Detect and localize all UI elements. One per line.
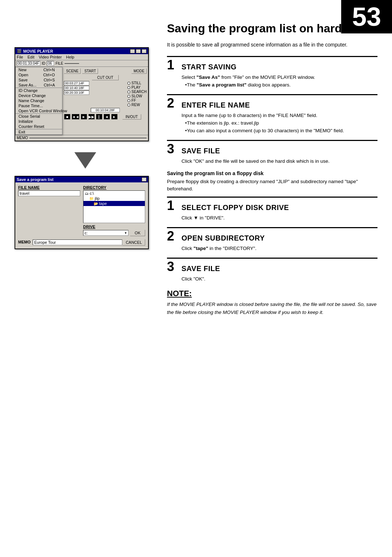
menu-item-save-as[interactable]: Save As...Ctrl+A: [16, 82, 62, 88]
next-frame-button[interactable]: ►: [111, 114, 118, 120]
right-column: Saving the program list on hard disk It …: [167, 18, 377, 316]
stop-button[interactable]: ■: [64, 114, 70, 120]
radio-ff[interactable]: FF: [127, 98, 147, 102]
floppy-step-2-number: 2: [167, 230, 178, 243]
radio-search[interactable]: SEARCH: [127, 90, 147, 94]
tc-row-1: 00:03:27:14F: [64, 81, 125, 85]
dialog-body: FILE NAME DIRECTORY 🗂 c:\ 📁: [15, 182, 148, 249]
floppy-step-1-number: 1: [167, 199, 178, 212]
file-name-input[interactable]: [18, 190, 80, 196]
menu-item-exit[interactable]: Exit: [16, 129, 62, 134]
dir-label-c: c:\: [90, 191, 94, 195]
tc-value-1: 00:03:27:14F: [64, 81, 89, 85]
drive-value: c:: [85, 231, 88, 235]
scene-button[interactable]: SCENE: [64, 68, 81, 74]
dir-label-tape: tape: [99, 201, 107, 206]
prev-frame-button[interactable]: ◄: [103, 114, 110, 120]
floppy-subtitle: Saving the program list on a floppy disk: [167, 170, 377, 176]
in-out-button[interactable]: IN/OUT: [122, 114, 141, 120]
cancel-button[interactable]: CANCEL: [122, 239, 145, 246]
floppy-step-1-header: 1 SELECT FLOPPY DISK DRIVE: [167, 199, 377, 212]
pause-button[interactable]: ‖: [96, 114, 102, 120]
memo-field[interactable]: [29, 138, 147, 138]
file-label: FILE: [56, 61, 63, 65]
file-dropdown: NewCtrl+N OpenCtrl+O SaveCtrl+S Save As.…: [15, 67, 62, 135]
drive-select[interactable]: c: ▼: [83, 230, 128, 236]
step-1-number: 1: [167, 58, 178, 72]
dialog-close-button[interactable]: ×: [142, 177, 147, 182]
memo-input[interactable]: [33, 239, 122, 245]
menu-edit[interactable]: Edit: [28, 55, 34, 59]
radio-play[interactable]: PLAY: [127, 85, 147, 89]
floppy-step-2-section: 2 OPEN SUBDIRECTORY Click "tape" in the …: [167, 227, 377, 253]
timecodes-area: 00:03:27:14F 00:10:40:18F 00:20:33:10F: [64, 81, 125, 105]
intro-text: It is possible to save all programmed sc…: [167, 41, 377, 49]
cut-out-button[interactable]: CUT OUT: [92, 75, 119, 80]
dialog-titlebar: Save a program list ×: [15, 177, 148, 182]
dialog-title: Save a program list: [17, 177, 54, 182]
menu-item-initialize[interactable]: Initialize: [16, 119, 62, 124]
step-3-header: 3 SAVE FILE: [167, 142, 377, 156]
ok-button[interactable]: OK: [130, 230, 145, 236]
dir-item-c[interactable]: 🗂 c:\: [83, 191, 145, 196]
mode-button[interactable]: MODE: [131, 68, 147, 74]
transport-row: ■ ◄◄ ► ▶▶ ‖ ◄ ► IN/OUT: [64, 114, 147, 120]
drive-section: DRIVE c: ▼ OK: [83, 225, 145, 236]
folder-icon-jlip: 📁: [89, 197, 94, 201]
titlebar-title: MOVIE PLAYER: [23, 49, 53, 53]
step-2-number: 2: [167, 97, 178, 110]
arrow-container: [15, 152, 156, 169]
floppy-step-1-section: 1 SELECT FLOPPY DISK DRIVE Click ▼ in "D…: [167, 197, 377, 222]
id-label: ID: [42, 61, 45, 65]
menu-item-device-change[interactable]: Device Change: [16, 93, 62, 98]
menu-item-close-serial[interactable]: Close Serial: [16, 113, 62, 119]
memo-row: MEMO: [15, 135, 148, 141]
menu-file[interactable]: File: [17, 55, 23, 59]
floppy-step-1-title: SELECT FLOPPY DISK DRIVE: [181, 203, 289, 212]
menu-video-printer[interactable]: Video Printer: [39, 55, 62, 59]
start-button[interactable]: START: [82, 68, 98, 74]
floppy-step-3-section: 3 SAVE FILE Click "OK".: [167, 258, 377, 283]
menu-item-open-vcr[interactable]: Open VCR Control Window: [16, 108, 62, 113]
menu-item-id-change[interactable]: ID Change: [16, 88, 62, 93]
maximize-button[interactable]: □: [136, 49, 141, 53]
close-button[interactable]: ×: [142, 49, 147, 53]
step-2-body: Input a file name (up to 8 characters) i…: [181, 112, 377, 135]
ff-button[interactable]: ▶▶: [88, 114, 95, 120]
drive-label: DRIVE: [83, 225, 145, 229]
menu-item-name-change[interactable]: Name Change: [16, 98, 62, 103]
dir-item-tape[interactable]: 📂 tape: [83, 201, 145, 206]
dir-label-jlip: jlip: [95, 196, 99, 201]
dialog-bottom-row: MEMO CANCEL: [18, 239, 145, 246]
floppy-step-3-number: 3: [167, 260, 178, 273]
bottom-tc-value: 00:10:04:28F: [91, 108, 120, 112]
memo-section: MEMO: [18, 239, 122, 245]
rewind-button[interactable]: ◄◄: [72, 114, 79, 120]
menu-help[interactable]: Help: [66, 55, 74, 59]
top-buttons-row: SCENE START MODE: [64, 68, 147, 74]
menu-item-pause-time[interactable]: Pause Time...: [16, 103, 62, 108]
menu-item-open[interactable]: OpenCtrl+O: [16, 72, 62, 77]
step-2-section: 2 ENTER FILE NAME Input a file name (up …: [167, 94, 377, 135]
minimize-button[interactable]: _: [130, 49, 135, 53]
floppy-step-3-body: Click "OK".: [181, 275, 377, 283]
menu-item-counter-reset[interactable]: Counter Reset: [16, 124, 62, 129]
movie-player-window: 🎬 MOVIE PLAYER _ □ × File Edit Video Pri…: [15, 47, 149, 141]
status-bar: 00:01:33:04F ID 06 FILE: [15, 60, 148, 67]
menu-item-save[interactable]: SaveCtrl+S: [16, 77, 62, 82]
timecodes-radio-area: 00:03:27:14F 00:10:40:18F 00:20:33:10F S…: [64, 81, 147, 107]
play-button[interactable]: ►: [81, 114, 87, 120]
page-number: 53: [341, 0, 392, 33]
radio-still[interactable]: STILL: [127, 81, 147, 85]
dir-item-jlip[interactable]: 📁 jlip: [83, 196, 145, 201]
folder-icon-tape: 📂: [94, 202, 98, 206]
file-name-section: FILE NAME: [18, 185, 80, 236]
file-menu-dropdown: NewCtrl+N OpenCtrl+O SaveCtrl+S Save As.…: [15, 67, 62, 135]
floppy-step-2-header: 2 OPEN SUBDIRECTORY: [167, 230, 377, 243]
radio-slow[interactable]: SLOW: [127, 94, 147, 98]
step-1-header: 1 START SAVING: [167, 58, 377, 72]
window-controls[interactable]: _ □ ×: [130, 49, 147, 53]
radio-rew[interactable]: REW: [127, 103, 147, 107]
menu-item-new[interactable]: NewCtrl+N: [16, 67, 62, 72]
directory-listbox[interactable]: 🗂 c:\ 📁 jlip 📂 tape: [83, 190, 145, 223]
